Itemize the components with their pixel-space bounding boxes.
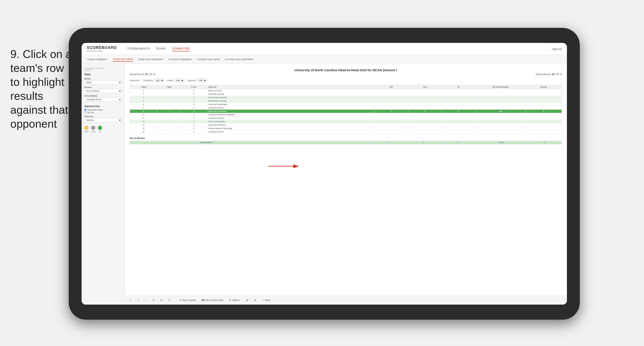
cell-win: 3 — [375, 110, 408, 113]
cell-rounds — [526, 89, 562, 92]
cell-conf: 2 — [181, 103, 207, 106]
cell-tie — [442, 106, 475, 110]
table-row[interactable]: 8-2University of Washington — [130, 103, 562, 106]
monitor-icon: 🖥 — [246, 299, 248, 301]
cell-tie — [442, 130, 475, 134]
sub-nav-player-h2h-grid[interactable]: PLAYER H2H GRID — [197, 57, 220, 61]
top-nav: SCOREBOARD Powered by clippd TOURNAMENTS… — [82, 43, 567, 55]
table-row[interactable]: 6-2Florida State University — [130, 99, 562, 103]
h2h-table: # Rank # Reg # Conf Opponent Win Loss Ti… — [130, 85, 562, 134]
region-filter-select[interactable]: (All) — [174, 78, 184, 82]
copy-btn[interactable]: ⧉ — [151, 298, 156, 303]
cell-diff — [475, 96, 526, 99]
cell-reg: - — [157, 130, 181, 134]
copy-icon: ⧉ — [153, 299, 154, 302]
filter-region: Region (All) — [167, 78, 184, 82]
sub-nav-player-h2h-heatmap[interactable]: PLAYER H2H HEATMAP — [224, 57, 254, 61]
gender-select[interactable]: Men's — [84, 80, 122, 84]
nav-teams[interactable]: TEAMS — [156, 46, 166, 51]
table-row[interactable]: 9-3University of Arizona — [130, 106, 562, 110]
table-row[interactable]: 11-5University of Alabama3002.618 — [130, 110, 562, 113]
share-icon: ↗ — [262, 299, 264, 301]
cell-reg: - — [157, 116, 181, 120]
table-row[interactable]: 11-6University of Arkansas, Fayetteville — [130, 113, 562, 116]
undo2-btn[interactable]: ↩ — [144, 298, 148, 302]
save-custom-btn[interactable]: 💾 Save Custom View — [200, 298, 225, 302]
tablet-screen: SCOREBOARD Powered by clippd TOURNAMENTS… — [82, 43, 567, 305]
cell-conf: 4 — [181, 127, 207, 130]
watch-icon: 👁 — [229, 299, 231, 301]
radio-opponents-played[interactable]: Opponents Played — [84, 109, 122, 111]
cell-loss — [408, 113, 442, 116]
grid-records: Overall Record: 89 - 17 - 0 Division Rec… — [130, 73, 562, 75]
eye-icon: 👁 — [180, 299, 182, 301]
sub-nav-team-summary[interactable]: TEAM SUMMARY — [87, 57, 108, 61]
logo-text: SCOREBOARD — [87, 45, 117, 50]
table-row[interactable]: 3-2Vanderbilt University — [130, 92, 562, 96]
toolbar-icon1[interactable]: 🖥 — [244, 298, 250, 302]
paste-btn[interactable]: ⊞ — [159, 298, 164, 302]
table-row[interactable]: 12-3University of Virginia — [130, 116, 562, 120]
table-row[interactable]: 16-1University of Florida — [130, 130, 562, 134]
th-rank: # Rank — [130, 85, 157, 89]
cell-rank: 13 — [130, 120, 157, 123]
cell-rounds — [526, 123, 562, 127]
cell-reg: - — [157, 106, 181, 110]
watch-btn[interactable]: 👁 Watch ▾ — [228, 298, 242, 302]
cell-opponent: University of Arkansas, Fayetteville — [207, 113, 374, 116]
colour-by-select[interactable]: Win/loss — [84, 118, 122, 122]
cell-conf: 1 — [181, 130, 207, 134]
division-select[interactable]: NCAA Division I — [84, 89, 122, 93]
th-opponent: Opponent — [207, 85, 374, 89]
toolbar-icon2[interactable]: ⊞ — [252, 298, 258, 302]
view-btn[interactable]: 👁 View: Original — [178, 298, 198, 302]
cell-opponent: University of Arizona — [207, 106, 374, 110]
nav-tournaments[interactable]: TOURNAMENTS — [127, 46, 150, 51]
cell-win — [375, 113, 408, 116]
cell-rank: 4 — [130, 96, 157, 99]
school-select[interactable]: University of Nort... — [84, 97, 122, 102]
opponents-label: Opponents: — [130, 79, 140, 81]
sidebar-team-label: Team — [84, 73, 122, 76]
undo-btn[interactable]: ↩ — [128, 298, 133, 302]
cell-rank: 14 — [130, 123, 157, 127]
table-row[interactable]: 13-1Texas Tech University — [130, 120, 562, 123]
paste-icon: ⊞ — [160, 299, 162, 301]
grid-area: University of North Carolina Head-to-Hea… — [124, 64, 567, 305]
table-row[interactable]: 14-2University of Oklahoma — [130, 123, 562, 127]
redo-btn[interactable]: ↪ — [136, 298, 141, 302]
sub-nav-player-summary[interactable]: PLAYER SUMMARY — [168, 57, 192, 61]
cell-conf: 1 — [181, 96, 207, 99]
radio-top100[interactable]: Top 100 — [84, 111, 122, 114]
save-icon: 💾 — [202, 299, 204, 301]
sub-nav: TEAM SUMMARY TEAM H2H GRID TEAM H2H HEAT… — [82, 55, 567, 64]
cell-opponent: Florida State University — [207, 99, 374, 103]
cell-conf: 5 — [181, 110, 207, 113]
sub-nav-team-h2h-grid[interactable]: TEAM H2H GRID — [112, 57, 133, 62]
cell-rounds — [526, 116, 562, 120]
undo-icon: ↩ — [130, 299, 132, 301]
sign-out-link[interactable]: Sign out — [552, 48, 562, 51]
opponent-view-label: Opponent View — [84, 105, 122, 107]
conference-filter-select[interactable]: (All) — [154, 78, 164, 82]
opponent-filter-select[interactable]: (All) — [197, 78, 207, 82]
ood-division: NCAA Division II — [199, 141, 372, 144]
nav-items: TOURNAMENTS TEAMS COMMITTEE — [127, 46, 542, 51]
th-conf: # Conf — [181, 85, 207, 89]
table-row[interactable]: 2-1Auburn University — [130, 89, 562, 92]
out-of-division-row[interactable]: NCAA Division II 1 0 0 26.00 3 — [130, 141, 562, 144]
th-win: Win — [375, 85, 408, 89]
table-body: 2-1Auburn University3-2Vanderbilt Univer… — [130, 89, 562, 134]
cell-diff — [475, 99, 526, 103]
cell-tie — [442, 127, 475, 130]
cell-loss — [408, 127, 442, 130]
table-row[interactable]: 15-4Georgia Institute of Technology — [130, 127, 562, 130]
table-row[interactable]: 4-1Arizona State University — [130, 96, 562, 99]
nav-committee[interactable]: COMMITTEE — [172, 46, 190, 51]
watch-chevron-icon: ▾ — [239, 299, 240, 301]
sub-nav-team-h2h-heatmap[interactable]: TEAM H2H HEATMAP — [138, 57, 164, 61]
overall-record: Overall Record: 89 - 17 - 0 — [130, 73, 155, 75]
cell-win — [375, 89, 408, 92]
clock-btn[interactable]: ⏱ — [166, 298, 172, 302]
share-btn[interactable]: ↗ Share — [260, 298, 272, 302]
